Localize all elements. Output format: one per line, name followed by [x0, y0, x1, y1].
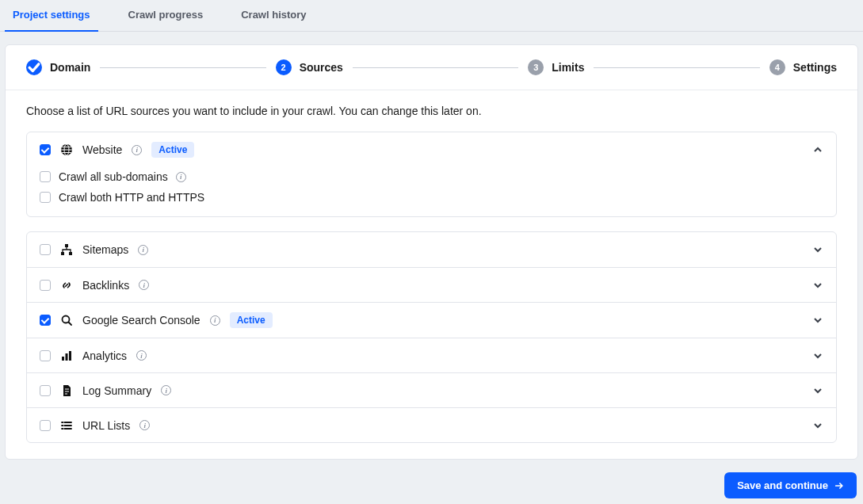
info-icon[interactable] [132, 145, 142, 155]
check-icon [26, 59, 42, 75]
svg-rect-4 [69, 252, 72, 255]
arrow-right-icon [834, 481, 844, 491]
subopt-crawl-http-https[interactable]: Crawl both HTTP and HTTPS [40, 191, 823, 204]
subopt-label: Crawl both HTTP and HTTPS [59, 191, 204, 204]
main-card: Domain 2 Sources 3 Limits 4 Settings Cho… [5, 44, 858, 460]
globe-icon [60, 143, 73, 156]
source-group: Sitemaps Backlinks [26, 231, 837, 443]
active-badge: Active [230, 312, 273, 328]
info-icon[interactable] [161, 385, 171, 395]
source-row-sitemaps[interactable]: Sitemaps [27, 232, 836, 267]
svg-rect-8 [69, 351, 71, 361]
checkbox-log-summary[interactable] [40, 385, 51, 396]
checkbox-subdomains[interactable] [40, 171, 51, 182]
tab-crawl-progress[interactable]: Crawl progress [120, 0, 212, 32]
search-icon [60, 314, 73, 326]
chevron-down-icon[interactable] [812, 315, 823, 326]
source-row-gsc[interactable]: Google Search Console Active [27, 302, 836, 338]
source-label: Sitemaps [82, 243, 128, 256]
info-icon[interactable] [139, 420, 150, 430]
chevron-down-icon[interactable] [812, 244, 823, 255]
checkbox-backlinks[interactable] [40, 280, 51, 291]
step-settings[interactable]: 4 Settings [769, 59, 837, 75]
file-icon [60, 384, 73, 397]
svg-rect-2 [65, 244, 68, 247]
stepper: Domain 2 Sources 3 Limits 4 Settings [6, 45, 857, 90]
source-panel-website: Website Active Crawl all sub-domains [26, 132, 837, 217]
subopt-crawl-subdomains[interactable]: Crawl all sub-domains [40, 170, 823, 183]
checkbox-http-https[interactable] [40, 192, 51, 203]
source-row-url-lists[interactable]: URL Lists [27, 407, 836, 442]
source-row-website[interactable]: Website Active [27, 132, 836, 167]
source-row-log-summary[interactable]: Log Summary [27, 372, 836, 407]
info-icon[interactable] [136, 350, 147, 361]
subopt-label: Crawl all sub-domains [59, 170, 168, 183]
step-number: 3 [528, 59, 544, 75]
source-row-analytics[interactable]: Analytics [27, 338, 836, 372]
step-label: Settings [793, 61, 837, 74]
source-label: URL Lists [82, 419, 130, 432]
step-sources[interactable]: 2 Sources [276, 59, 343, 75]
active-badge: Active [151, 142, 194, 158]
svg-rect-3 [61, 252, 64, 255]
list-icon [60, 419, 73, 432]
step-limits[interactable]: 3 Limits [528, 59, 584, 75]
chevron-down-icon[interactable] [812, 280, 823, 291]
step-line [100, 67, 265, 68]
source-label: Website [82, 143, 122, 156]
content: Choose a list of URL sources you want to… [6, 90, 857, 459]
sitemap-icon [60, 243, 73, 256]
step-number: 4 [769, 59, 785, 75]
source-label: Google Search Console [82, 314, 200, 326]
step-label: Sources [300, 61, 343, 74]
tab-crawl-history[interactable]: Crawl history [233, 0, 314, 32]
info-icon[interactable] [139, 280, 149, 290]
svg-rect-7 [66, 353, 68, 361]
chevron-down-icon[interactable] [812, 350, 823, 361]
tabs-bar: Project settings Crawl progress Crawl hi… [0, 0, 863, 32]
link-icon [60, 279, 73, 292]
checkbox-url-lists[interactable] [40, 420, 51, 431]
svg-rect-6 [62, 357, 64, 361]
step-label: Limits [552, 61, 584, 74]
website-suboptions: Crawl all sub-domains Crawl both HTTP an… [27, 167, 836, 216]
step-label: Domain [50, 61, 90, 74]
save-button-label: Save and continue [737, 479, 828, 491]
source-label: Analytics [82, 349, 127, 362]
checkbox-sitemaps[interactable] [40, 244, 51, 255]
intro-text: Choose a list of URL sources you want to… [26, 105, 837, 117]
tab-project-settings[interactable]: Project settings [5, 0, 98, 32]
save-continue-button[interactable]: Save and continue [724, 472, 857, 498]
source-label: Log Summary [82, 384, 151, 397]
step-line [353, 67, 518, 68]
checkbox-website[interactable] [40, 144, 51, 155]
info-icon[interactable] [210, 315, 220, 326]
chevron-down-icon[interactable] [812, 420, 823, 431]
checkbox-analytics[interactable] [40, 350, 51, 361]
chevron-up-icon[interactable] [812, 144, 823, 155]
info-icon[interactable] [138, 245, 148, 255]
chevron-down-icon[interactable] [812, 385, 823, 396]
info-icon[interactable] [176, 172, 186, 182]
step-number: 2 [276, 59, 292, 75]
analytics-icon [60, 349, 73, 362]
checkbox-gsc[interactable] [40, 315, 51, 326]
footer: Save and continue [5, 472, 858, 502]
source-label: Backlinks [82, 279, 129, 292]
source-row-backlinks[interactable]: Backlinks [27, 267, 836, 302]
step-line [594, 67, 759, 68]
step-domain[interactable]: Domain [26, 59, 90, 75]
